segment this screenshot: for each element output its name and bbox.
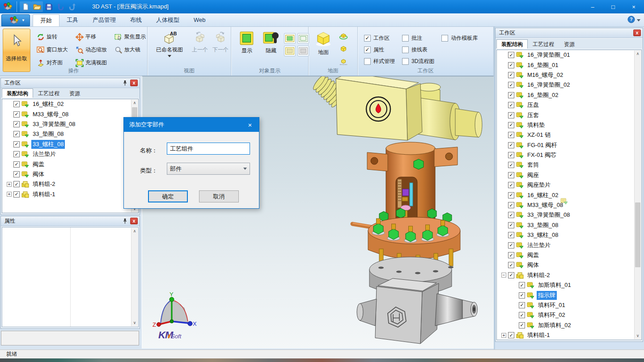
tree-item[interactable]: 填料环_01 [497, 300, 641, 310]
scroll-down-icon[interactable]: ∨ [635, 333, 641, 339]
tree-checkbox-icon[interactable] [508, 192, 514, 198]
tree-item[interactable]: 填料组-2 [497, 270, 641, 280]
ribbon-small-button[interactable]: 动态缩放 [73, 43, 109, 56]
previous-view-button[interactable]: 上一个 [190, 29, 210, 54]
next-view-button[interactable]: 下一个 [210, 29, 231, 54]
tree-item[interactable]: M16_螺母_02 [497, 70, 641, 80]
quick-access-button[interactable] [31, 1, 43, 12]
tree-checkbox-icon[interactable] [508, 212, 514, 218]
ribbon-tab[interactable]: 工具 [59, 14, 85, 26]
tree-item[interactable]: 指示牌 [497, 290, 641, 300]
ground-small-button[interactable] [338, 30, 349, 41]
tree-checkbox-icon[interactable] [508, 232, 514, 238]
tree-checkbox-icon[interactable] [508, 142, 514, 148]
tree-checkbox-icon[interactable] [508, 262, 514, 268]
tree-checkbox-icon[interactable] [519, 312, 525, 318]
tree-checkbox-icon[interactable] [13, 141, 20, 147]
tree-expander-icon[interactable] [501, 273, 506, 278]
workspace-checkbox[interactable]: 批注 [402, 32, 434, 44]
workspace-checkbox[interactable]: 样式管理 [364, 55, 395, 67]
checkbox-icon[interactable] [402, 58, 409, 65]
tree-item[interactable]: 填料组-2 [2, 179, 138, 189]
tree-checkbox-icon[interactable] [508, 102, 514, 108]
scroll-up-icon[interactable]: ∧ [635, 51, 641, 57]
tree-checkbox-icon[interactable] [508, 92, 514, 98]
show-button[interactable]: 显示 [236, 29, 258, 55]
tree-item[interactable]: 加斯填料_01 [497, 280, 641, 290]
tree-item[interactable]: 33_垫圈_08 [497, 220, 641, 230]
tree-checkbox-icon[interactable] [508, 252, 514, 258]
tree-expander-icon[interactable] [501, 333, 506, 338]
tree-checkbox-icon[interactable] [519, 322, 525, 328]
tree-item[interactable]: 33_弹簧垫圈_08 [497, 210, 641, 220]
ribbon-small-button[interactable]: 聚焦显示 [112, 30, 148, 43]
ok-button[interactable]: 确定 [148, 190, 188, 202]
scroll-up-icon[interactable]: ∧ [131, 100, 138, 106]
panel-tab[interactable]: 装配结构 [2, 88, 33, 98]
tree-item[interactable]: 16_垫圈_02 [497, 90, 641, 100]
tree-item[interactable]: 填料组-1 [497, 330, 641, 340]
panel-close-button[interactable]: x [130, 218, 138, 224]
name-input[interactable] [167, 143, 250, 155]
panel-tab[interactable]: 资源 [559, 39, 580, 49]
tree-item[interactable]: 阀体 [2, 169, 138, 179]
app-menu-button[interactable]: ▼ [1, 14, 30, 26]
tree-checkbox-icon[interactable] [508, 272, 514, 278]
pin-icon[interactable] [121, 218, 129, 225]
object-display-small-button[interactable] [284, 33, 296, 44]
tree-expander-icon[interactable] [7, 192, 12, 197]
scroll-up-icon[interactable]: ∧ [131, 228, 138, 235]
workspace-checkbox[interactable]: 属性 [364, 44, 395, 55]
tree-item[interactable]: 16_弹簧垫圈_01 [497, 50, 641, 60]
tree-checkbox-icon[interactable] [519, 282, 525, 288]
quick-access-button[interactable] [20, 1, 31, 12]
tree-item[interactable]: 加斯填料_02 [497, 320, 641, 330]
quick-access-button[interactable] [43, 1, 55, 12]
checkbox-icon[interactable] [441, 35, 448, 42]
tree-checkbox-icon[interactable] [508, 162, 514, 168]
tree-checkbox-icon[interactable] [508, 122, 514, 128]
checkbox-icon[interactable] [364, 46, 371, 53]
tree-checkbox-icon[interactable] [13, 131, 20, 137]
workspace-checkbox[interactable]: 3D流程图 [402, 55, 434, 67]
ribbon-small-button[interactable]: 平移 [73, 30, 109, 43]
tree-checkbox-icon[interactable] [508, 182, 514, 188]
maximize-button[interactable]: □ [603, 0, 623, 13]
tree-item[interactable]: 法兰垫片 [2, 149, 138, 159]
tree-item[interactable]: FX-01 阀芯 [497, 150, 641, 160]
tree-checkbox-icon[interactable] [13, 101, 20, 107]
checkbox-icon[interactable] [402, 46, 409, 53]
panel-close-button[interactable]: x [130, 80, 138, 86]
tree-checkbox-icon[interactable] [508, 242, 514, 248]
tree-checkbox-icon[interactable] [13, 181, 20, 187]
tree-item[interactable]: 填料环_02 [497, 310, 641, 320]
object-display-small-button[interactable] [297, 33, 309, 44]
ribbon-tab[interactable]: 产品管理 [85, 14, 123, 26]
tree-checkbox-icon[interactable] [13, 171, 20, 177]
tree-checkbox-icon[interactable] [519, 292, 525, 299]
dialog-title-bar[interactable]: 添加空零部件 × [124, 118, 259, 132]
tree-checkbox-icon[interactable] [508, 52, 514, 58]
tree-item[interactable]: 法兰垫片 [497, 240, 641, 250]
tree-expander-icon[interactable] [7, 182, 12, 187]
tree-checkbox-icon[interactable] [13, 151, 20, 157]
tree-checkbox-icon[interactable] [519, 302, 525, 308]
hide-button[interactable]: 隐藏 [260, 29, 282, 55]
ribbon-small-button[interactable]: 旋转 [34, 30, 70, 43]
tree-checkbox-icon[interactable] [508, 202, 514, 208]
tree-checkbox-icon[interactable] [508, 152, 514, 158]
quick-access-button[interactable] [66, 1, 78, 12]
tree-item[interactable]: FG-01 阀杆 [497, 140, 641, 150]
scrollbar-thumb[interactable] [635, 202, 640, 267]
tree-checkbox-icon[interactable] [13, 191, 20, 198]
ribbon-tab[interactable]: 开始 [33, 14, 59, 26]
tree-checkbox-icon[interactable] [13, 161, 20, 168]
tree-checkbox-icon[interactable] [508, 62, 514, 68]
ribbon-tab[interactable]: Web [186, 14, 213, 26]
named-views-button[interactable]: AB 已命名视图 [151, 29, 188, 57]
chevron-down-icon[interactable] [637, 19, 640, 21]
scroll-down-icon[interactable]: ∨ [131, 320, 138, 326]
panel-tab[interactable]: 装配结构 [496, 39, 528, 49]
tree-item[interactable]: 16_弹簧垫圈_02 [497, 80, 641, 90]
tree-item[interactable]: 33_螺柱_08 [2, 139, 138, 149]
